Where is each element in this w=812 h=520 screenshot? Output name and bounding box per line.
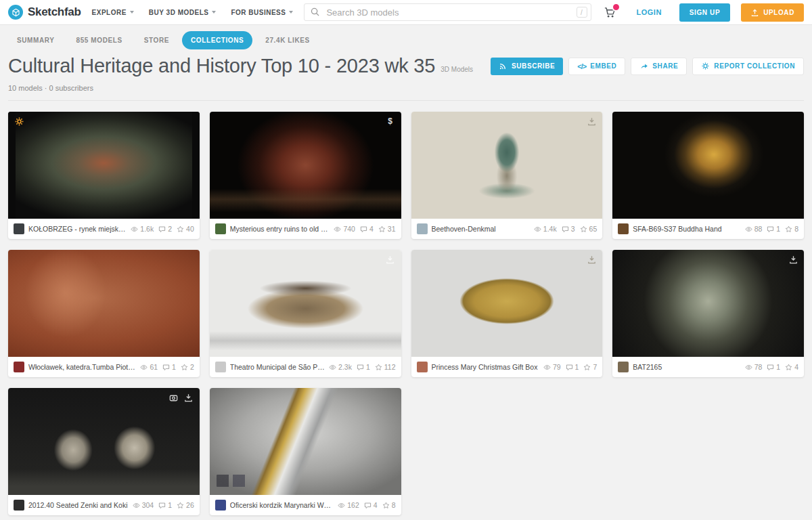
comments-count: 4: [360, 225, 374, 233]
model-title[interactable]: Oficerski kordzik Marynarki Wojennej II …: [230, 501, 334, 509]
model-card[interactable]: Oficerski kordzik Marynarki Wojennej II …: [210, 388, 401, 515]
model-title[interactable]: Princess Mary Christmas Gift Box: [432, 363, 539, 371]
tab-models[interactable]: 855 MODELS: [68, 31, 131, 49]
views-count: 304: [133, 501, 154, 509]
model-title[interactable]: Mysterious entry ruins to old cemetery: [230, 225, 330, 233]
author-avatar[interactable]: [215, 223, 226, 234]
author-avatar[interactable]: [14, 500, 24, 511]
model-thumbnail[interactable]: $: [210, 112, 401, 219]
model-thumbnail[interactable]: [210, 388, 401, 495]
author-avatar[interactable]: [215, 362, 226, 372]
signup-button[interactable]: SIGN UP: [679, 3, 730, 22]
model-card[interactable]: Theatro Municipal de São Paulo 2.3k 1 11…: [210, 250, 401, 377]
model-stats: 162 4 8: [338, 501, 395, 509]
author-avatar[interactable]: [417, 362, 428, 372]
nav-for-business[interactable]: FOR BUSINESS: [231, 9, 293, 16]
model-card[interactable]: 2012.40 Seated Zenki and Koki 304 1 26: [8, 388, 200, 515]
likes-icon: [580, 225, 587, 233]
download-icon: [788, 254, 798, 265]
login-link[interactable]: LOGIN: [637, 8, 662, 16]
report-collection-button[interactable]: REPORT COLLECTION: [692, 58, 804, 75]
model-thumbnail[interactable]: [411, 112, 603, 219]
model-thumbnail[interactable]: [612, 112, 804, 219]
tab-summary[interactable]: SUMMARY: [8, 31, 64, 49]
model-title[interactable]: Beethoven-Denkmal: [432, 225, 530, 233]
author-avatar[interactable]: [417, 223, 428, 234]
model-card[interactable]: BAT2165 78 1 4: [612, 250, 804, 377]
model-thumbnail[interactable]: [8, 388, 200, 495]
model-thumbnail[interactable]: [8, 112, 200, 219]
model-card-footer: KOŁOBRZEG - rynek miejski / city market …: [8, 219, 200, 239]
search-shortcut-hint: /: [577, 7, 587, 18]
brand-name: Sketchfab: [28, 5, 81, 19]
views-icon: [745, 364, 752, 371]
collection-meta: 10 models · 0 subscribers: [8, 84, 804, 92]
likes-count: 26: [177, 501, 194, 509]
comments-icon: [162, 364, 170, 371]
subscribe-button[interactable]: SUBSCRIBE: [491, 58, 563, 75]
likes-icon: [785, 364, 792, 371]
model-title[interactable]: Włocławek, katedra.Tumba Piotra z Bnina,…: [28, 363, 136, 371]
author-avatar[interactable]: [14, 223, 24, 234]
views-icon: [131, 225, 138, 233]
likes-count: 7: [583, 363, 597, 371]
model-thumbnail[interactable]: [210, 250, 401, 357]
thumbnail-badges: [788, 254, 798, 265]
author-avatar[interactable]: [618, 223, 629, 234]
model-stats: 304 1 26: [133, 501, 194, 509]
model-card[interactable]: Princess Mary Christmas Gift Box 79 1 7: [411, 250, 603, 377]
model-card[interactable]: $ Mysterious entry ruins to old cemetery…: [210, 112, 401, 239]
nav-explore[interactable]: EXPLORE: [92, 9, 134, 16]
chevron-down-icon: [289, 11, 293, 14]
model-title[interactable]: Theatro Municipal de São Paulo: [230, 363, 325, 371]
upload-button[interactable]: UPLOAD: [741, 3, 804, 22]
collection-header: Cultural Heritage and History Top 10 - 2…: [8, 55, 804, 77]
search-input[interactable]: [304, 3, 591, 21]
model-stats: 88 1 8: [745, 225, 798, 233]
model-title[interactable]: KOŁOBRZEG - rynek miejski / city market …: [28, 225, 127, 233]
model-card[interactable]: Włocławek, katedra.Tumba Piotra z Bnina,…: [8, 250, 200, 377]
embed-button[interactable]: </> EMBED: [568, 58, 625, 75]
comments-icon: [562, 225, 569, 233]
comments-icon: [566, 364, 573, 371]
author-avatar[interactable]: [618, 362, 629, 372]
divider: [8, 100, 804, 101]
model-card[interactable]: SFA-B69-S37 Buddha Hand 88 1 8: [612, 112, 804, 239]
views-count: 79: [543, 363, 561, 371]
model-thumbnail[interactable]: [8, 250, 200, 357]
likes-icon: [382, 502, 390, 509]
model-title[interactable]: 2012.40 Seated Zenki and Koki: [28, 501, 129, 509]
model-card[interactable]: Beethoven-Denkmal 1.4k 3 65: [411, 112, 603, 239]
views-icon: [133, 502, 140, 509]
cart-button[interactable]: [604, 6, 616, 19]
likes-count: 65: [580, 225, 597, 233]
model-card[interactable]: KOŁOBRZEG - rynek miejski / city market …: [8, 112, 200, 239]
model-title[interactable]: BAT2165: [633, 363, 740, 371]
gear-icon: [14, 116, 24, 127]
views-icon: [338, 502, 345, 509]
tab-store[interactable]: STORE: [135, 31, 178, 49]
sketchfab-logo[interactable]: Sketchfab: [8, 5, 81, 20]
views-count: 88: [745, 225, 763, 233]
comments-count: 3: [562, 225, 575, 233]
chevron-down-icon: [212, 11, 216, 14]
upload-icon: [750, 8, 759, 17]
model-thumbnail[interactable]: [411, 250, 603, 357]
comments-count: 1: [357, 363, 370, 371]
likes-icon: [177, 225, 184, 233]
author-avatar[interactable]: [14, 362, 24, 372]
report-icon: [701, 62, 710, 70]
views-icon: [543, 364, 551, 371]
tab-collections[interactable]: COLLECTIONS: [182, 31, 252, 49]
page-title: Cultural Heritage and History Top 10 - 2…: [8, 55, 435, 77]
model-thumbnail[interactable]: [612, 250, 804, 357]
model-title[interactable]: SFA-B69-S37 Buddha Hand: [633, 225, 740, 233]
model-card-footer: Beethoven-Denkmal 1.4k 3 65: [411, 219, 603, 239]
likes-count: 8: [382, 501, 396, 509]
tab-likes[interactable]: 27.4K LIKES: [256, 31, 319, 49]
share-button[interactable]: SHARE: [631, 58, 687, 75]
comments-count: 2: [158, 225, 172, 233]
author-avatar[interactable]: [215, 500, 226, 511]
nav-buy-3d-models[interactable]: BUY 3D MODELS: [149, 9, 217, 16]
cart-badge: [612, 3, 621, 12]
